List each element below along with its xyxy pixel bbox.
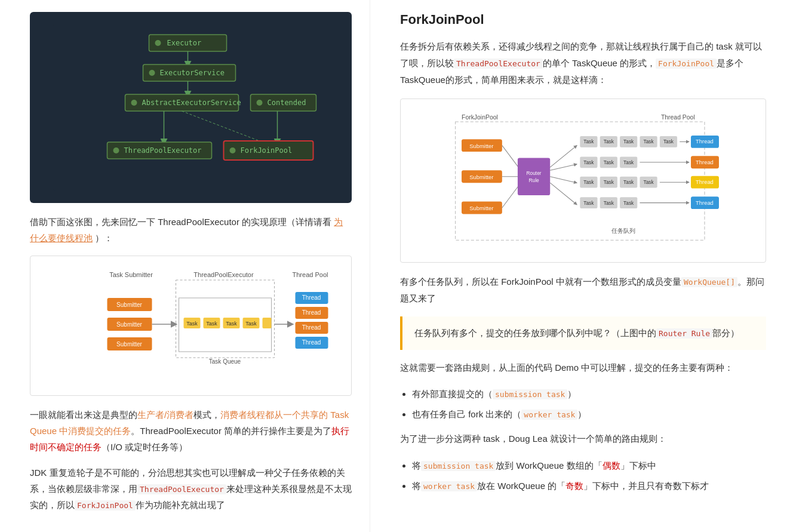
worker-task-code: worker task: [521, 410, 577, 420]
odd-mid: 放在 WorkQueue 的「: [477, 481, 565, 491]
even-highlight: 偶数: [603, 460, 620, 471]
svg-text:ExecutorService: ExecutorService: [160, 69, 225, 77]
svg-text:Task: Task: [623, 139, 634, 145]
worker-prefix: 也有任务自己 fork 出来的（: [412, 409, 521, 419]
class-hierarchy-diagram: Executor ExecutorService AbstractExecuto…: [30, 12, 352, 203]
right-panel: ForkJoinPool 任务拆分后有依赖关系，还得减少线程之间的竞争，那就让线…: [370, 0, 790, 532]
svg-text:Task: Task: [206, 321, 217, 327]
submission-suffix: ）: [567, 389, 576, 399]
svg-text:Task: Task: [663, 139, 674, 145]
svg-text:Task: Task: [583, 139, 594, 145]
svg-point-10: [131, 100, 137, 106]
text2-suffix: （I/O 或定时任务等）: [102, 442, 187, 452]
highlight-producer-consumer: 生产者/消费者: [137, 410, 193, 420]
submission-prefix: 有外部直接提交的（: [412, 389, 493, 399]
svg-text:Task: Task: [644, 139, 654, 145]
svg-point-6: [149, 70, 155, 76]
workqueue-code: WorkQueue[]: [681, 277, 737, 287]
left-panel: Executor ExecutorService AbstractExecuto…: [0, 0, 370, 532]
svg-text:ForkJoinPool: ForkJoinPool: [462, 114, 498, 121]
svg-text:Task: Task: [623, 159, 634, 165]
svg-text:Thread: Thread: [302, 339, 321, 346]
text1-suffix: ）：: [95, 233, 113, 243]
svg-text:Thread: Thread: [302, 309, 321, 316]
svg-text:Task: Task: [644, 180, 654, 186]
svg-rect-69: [518, 158, 550, 196]
intro-text: 任务拆分后有依赖关系，还得减少线程之间的竞争，那就让线程执行属于自己的 task…: [400, 38, 766, 88]
odd-suffix: 」下标中，并且只有奇数下标才: [583, 481, 709, 491]
svg-text:Task: Task: [583, 200, 594, 206]
svg-text:Thread: Thread: [696, 139, 714, 145]
svg-text:Thread: Thread: [696, 159, 714, 165]
quote-suffix: 部分）: [712, 328, 739, 338]
svg-text:Task: Task: [604, 180, 614, 186]
threadpool-diagram: Task Submitter ThreadPoolExecutor Thread…: [30, 256, 352, 396]
svg-text:Task: Task: [583, 159, 594, 165]
svg-text:Task: Task: [604, 200, 614, 206]
svg-point-2: [155, 40, 161, 46]
svg-text:任务队列: 任务队列: [611, 227, 635, 234]
threadpool-code-ref: ThreadPoolExecutor: [454, 59, 543, 69]
router-rule-code: Router Rule: [656, 328, 712, 339]
svg-point-22: [230, 147, 236, 153]
svg-text:ForkJoinPool: ForkJoinPool: [241, 146, 293, 155]
worker-task-code2: worker task: [421, 481, 477, 491]
svg-text:Task Submitter: Task Submitter: [109, 271, 153, 278]
text2-mid1: 模式，: [193, 410, 220, 420]
worker-suffix: ）: [577, 409, 586, 419]
even-index-item: 将submission task放到 WorkQueue 数组的「偶数」下标中: [412, 457, 766, 475]
threadpoolexecutor-code: ThreadPoolExecutor: [137, 484, 226, 494]
svg-text:Task: Task: [226, 321, 237, 327]
svg-point-19: [113, 147, 119, 153]
svg-text:Contended: Contended: [268, 99, 306, 107]
svg-text:Submitter: Submitter: [116, 341, 142, 348]
routing-rule-list: 将submission task放到 WorkQueue 数组的「偶数」下标中 …: [412, 457, 766, 495]
svg-text:Task: Task: [604, 159, 614, 165]
even-prefix: 将: [412, 460, 421, 471]
text1-prefix: 借助下面这张图，先来回忆一下 ThreadPoolExecutor 的实现原理（…: [30, 217, 331, 227]
text2-prefix: 一眼就能看出来这是典型的: [30, 410, 137, 420]
text-block-1: 借助下面这张图，先来回忆一下 ThreadPoolExecutor 的实现原理（…: [30, 214, 352, 246]
submission-task-code: submission task: [493, 389, 567, 399]
workqueue-text: 有多个任务队列，所以在 ForkJoinPool 中就有一个数组形式的成员变量W…: [400, 273, 766, 307]
quote-text: 任务队列有多个，提交的任务放到哪个队列中呢？（上图中的: [414, 328, 656, 338]
even-mid: 放到 WorkQueue 数组的「: [496, 460, 602, 471]
routing-prefix: 这就需要一套路由规则，从上面的代码 Demo 中可以理解，提交的任务主要有两种：: [400, 362, 733, 373]
svg-text:Thread: Thread: [696, 179, 714, 186]
odd-prefix: 将: [412, 481, 421, 491]
forkjoinpool-diagram: ForkJoinPool Thread Pool Submitter Submi…: [400, 99, 766, 263]
page-title: ForkJoinPool: [400, 12, 766, 27]
svg-text:Submitter: Submitter: [469, 143, 493, 149]
even-suffix: 」下标中: [620, 460, 656, 471]
odd-highlight: 奇数: [565, 481, 583, 491]
svg-text:Submitter: Submitter: [469, 205, 493, 211]
svg-text:Submitter: Submitter: [116, 302, 142, 308]
svg-text:ThreadPoolExecutor: ThreadPoolExecutor: [124, 146, 202, 155]
svg-text:Thread Pool: Thread Pool: [293, 271, 328, 278]
text-block-2: 一眼就能看出来这是典型的生产者/消费者模式，消费者线程都从一个共享的 Task …: [30, 407, 352, 455]
doug-lea-content: 为了进一步分这两种 task，Doug Lea 就设计一个简单的路由规则：: [400, 433, 666, 444]
svg-text:Task: Task: [186, 321, 198, 327]
svg-text:Executor: Executor: [167, 39, 202, 47]
svg-text:AbstractExecutorService: AbstractExecutorService: [142, 99, 241, 107]
forkjoin-code-ref: ForkJoinPool: [656, 59, 717, 69]
svg-text:Task Queue: Task Queue: [209, 358, 241, 365]
routing-text: 这就需要一套路由规则，从上面的代码 Demo 中可以理解，提交的任务主要有两种：: [400, 359, 766, 376]
submission-task-item: 有外部直接提交的（submission task）: [412, 385, 766, 403]
doug-lea-text: 为了进一步分这两种 task，Doug Lea 就设计一个简单的路由规则：: [400, 430, 766, 447]
svg-text:Submitter: Submitter: [469, 174, 493, 180]
svg-text:Thread Pool: Thread Pool: [661, 114, 695, 121]
svg-text:Task: Task: [245, 321, 257, 327]
quote-block: 任务队列有多个，提交的任务放到哪个队列中呢？（上图中的Router Rule部分…: [400, 316, 766, 350]
svg-text:Thread: Thread: [302, 294, 321, 301]
workqueue-prefix: 有多个任务队列，所以在 ForkJoinPool 中就有一个数组形式的成员变量: [400, 276, 681, 287]
svg-text:Task: Task: [623, 200, 634, 206]
odd-index-item: 将worker task放在 WorkQueue 的「奇数」下标中，并且只有奇数…: [412, 477, 766, 495]
forkjoinpool-code: ForkJoinPool: [75, 500, 136, 511]
svg-text:Task: Task: [604, 139, 614, 145]
text2-mid2: 。ThreadPoolExecutor 简单的并行操作主要是为了: [131, 426, 331, 436]
submission-task-code2: submission task: [421, 461, 496, 471]
text-block-3: JDK 重复造轮子是不可能的，分治思想其实也可以理解成一种父子任务依赖的关系，当…: [30, 465, 352, 513]
worker-task-item: 也有任务自己 fork 出来的（worker task）: [412, 405, 766, 423]
svg-text:Thread: Thread: [696, 199, 714, 206]
